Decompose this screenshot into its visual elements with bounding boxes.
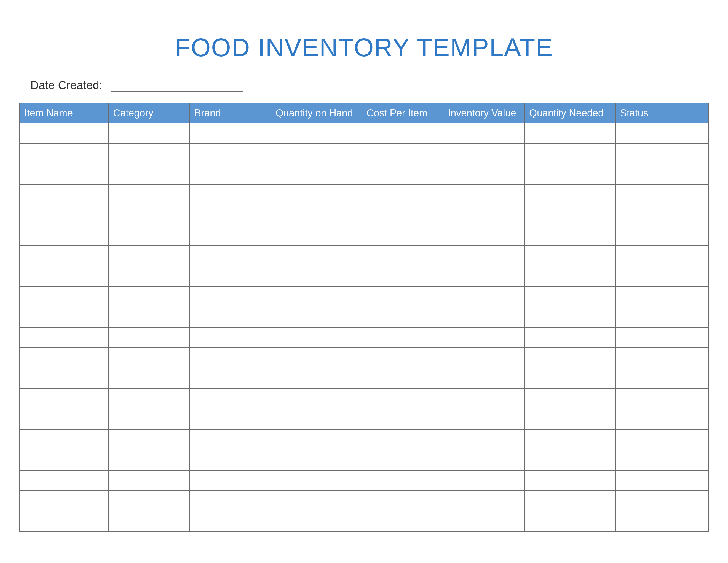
table-cell[interactable] bbox=[271, 307, 362, 327]
table-cell[interactable] bbox=[271, 511, 362, 532]
table-cell[interactable] bbox=[362, 389, 443, 409]
table-cell[interactable] bbox=[20, 430, 108, 450]
table-cell[interactable] bbox=[362, 491, 443, 511]
table-cell[interactable] bbox=[615, 389, 708, 409]
table-cell[interactable] bbox=[362, 327, 443, 348]
table-cell[interactable] bbox=[271, 389, 362, 409]
table-cell[interactable] bbox=[271, 491, 362, 511]
table-cell[interactable] bbox=[271, 143, 362, 164]
table-cell[interactable] bbox=[443, 245, 524, 266]
table-cell[interactable] bbox=[362, 184, 443, 205]
table-cell[interactable] bbox=[190, 266, 271, 287]
table-cell[interactable] bbox=[20, 511, 108, 532]
table-cell[interactable] bbox=[20, 409, 108, 430]
table-cell[interactable] bbox=[271, 450, 362, 470]
table-cell[interactable] bbox=[108, 266, 190, 287]
table-cell[interactable] bbox=[524, 348, 615, 368]
table-cell[interactable] bbox=[271, 164, 362, 184]
table-cell[interactable] bbox=[362, 143, 443, 164]
table-cell[interactable] bbox=[524, 470, 615, 491]
table-cell[interactable] bbox=[615, 430, 708, 450]
table-cell[interactable] bbox=[20, 368, 108, 389]
table-cell[interactable] bbox=[108, 143, 190, 164]
table-cell[interactable] bbox=[20, 225, 108, 245]
table-cell[interactable] bbox=[524, 307, 615, 327]
table-cell[interactable] bbox=[615, 511, 708, 532]
table-cell[interactable] bbox=[443, 409, 524, 430]
table-cell[interactable] bbox=[108, 184, 190, 205]
table-cell[interactable] bbox=[443, 450, 524, 470]
table-cell[interactable] bbox=[190, 143, 271, 164]
table-cell[interactable] bbox=[443, 491, 524, 511]
table-cell[interactable] bbox=[615, 450, 708, 470]
table-cell[interactable] bbox=[362, 511, 443, 532]
table-cell[interactable] bbox=[524, 123, 615, 143]
table-cell[interactable] bbox=[108, 409, 190, 430]
table-cell[interactable] bbox=[615, 409, 708, 430]
table-cell[interactable] bbox=[20, 287, 108, 307]
table-cell[interactable] bbox=[443, 348, 524, 368]
table-cell[interactable] bbox=[362, 123, 443, 143]
table-cell[interactable] bbox=[615, 184, 708, 205]
table-cell[interactable] bbox=[362, 164, 443, 184]
table-cell[interactable] bbox=[271, 348, 362, 368]
table-cell[interactable] bbox=[271, 225, 362, 245]
table-cell[interactable] bbox=[20, 184, 108, 205]
table-cell[interactable] bbox=[362, 287, 443, 307]
table-cell[interactable] bbox=[524, 225, 615, 245]
table-cell[interactable] bbox=[524, 368, 615, 389]
table-cell[interactable] bbox=[615, 245, 708, 266]
table-cell[interactable] bbox=[443, 327, 524, 348]
table-cell[interactable] bbox=[20, 307, 108, 327]
table-cell[interactable] bbox=[271, 184, 362, 205]
table-cell[interactable] bbox=[108, 245, 190, 266]
table-cell[interactable] bbox=[271, 470, 362, 491]
table-cell[interactable] bbox=[443, 511, 524, 532]
table-cell[interactable] bbox=[443, 287, 524, 307]
table-cell[interactable] bbox=[615, 225, 708, 245]
table-cell[interactable] bbox=[615, 491, 708, 511]
table-cell[interactable] bbox=[20, 327, 108, 348]
table-cell[interactable] bbox=[362, 450, 443, 470]
table-cell[interactable] bbox=[271, 266, 362, 287]
table-cell[interactable] bbox=[20, 389, 108, 409]
table-cell[interactable] bbox=[362, 245, 443, 266]
table-cell[interactable] bbox=[190, 450, 271, 470]
table-cell[interactable] bbox=[108, 491, 190, 511]
table-cell[interactable] bbox=[271, 327, 362, 348]
table-cell[interactable] bbox=[108, 389, 190, 409]
table-cell[interactable] bbox=[20, 205, 108, 225]
table-cell[interactable] bbox=[108, 164, 190, 184]
table-cell[interactable] bbox=[190, 123, 271, 143]
table-cell[interactable] bbox=[108, 287, 190, 307]
table-cell[interactable] bbox=[271, 368, 362, 389]
table-cell[interactable] bbox=[271, 430, 362, 450]
table-cell[interactable] bbox=[524, 184, 615, 205]
table-cell[interactable] bbox=[20, 123, 108, 143]
table-cell[interactable] bbox=[524, 389, 615, 409]
table-cell[interactable] bbox=[20, 266, 108, 287]
table-cell[interactable] bbox=[362, 307, 443, 327]
table-cell[interactable] bbox=[190, 327, 271, 348]
table-cell[interactable] bbox=[615, 287, 708, 307]
table-cell[interactable] bbox=[443, 266, 524, 287]
table-cell[interactable] bbox=[615, 266, 708, 287]
table-cell[interactable] bbox=[615, 307, 708, 327]
table-cell[interactable] bbox=[108, 327, 190, 348]
table-cell[interactable] bbox=[524, 327, 615, 348]
table-cell[interactable] bbox=[615, 123, 708, 143]
table-cell[interactable] bbox=[20, 450, 108, 470]
table-cell[interactable] bbox=[190, 225, 271, 245]
table-cell[interactable] bbox=[20, 245, 108, 266]
table-cell[interactable] bbox=[108, 205, 190, 225]
table-cell[interactable] bbox=[271, 409, 362, 430]
table-cell[interactable] bbox=[190, 368, 271, 389]
table-cell[interactable] bbox=[271, 123, 362, 143]
table-cell[interactable] bbox=[524, 205, 615, 225]
table-cell[interactable] bbox=[443, 123, 524, 143]
table-cell[interactable] bbox=[190, 470, 271, 491]
table-cell[interactable] bbox=[362, 266, 443, 287]
table-cell[interactable] bbox=[20, 470, 108, 491]
table-cell[interactable] bbox=[524, 266, 615, 287]
table-cell[interactable] bbox=[20, 143, 108, 164]
